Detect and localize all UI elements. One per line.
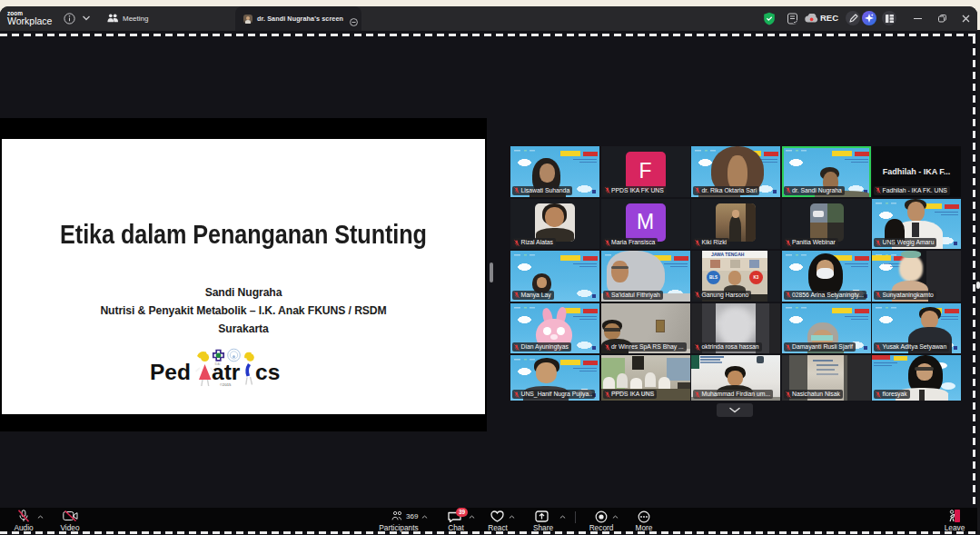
svg-text:Ped: Ped [150, 360, 191, 384]
svg-text:IDAI: IDAI [215, 362, 221, 366]
svg-text:©2015: ©2015 [220, 382, 232, 387]
svg-text:cs: cs [255, 360, 280, 384]
